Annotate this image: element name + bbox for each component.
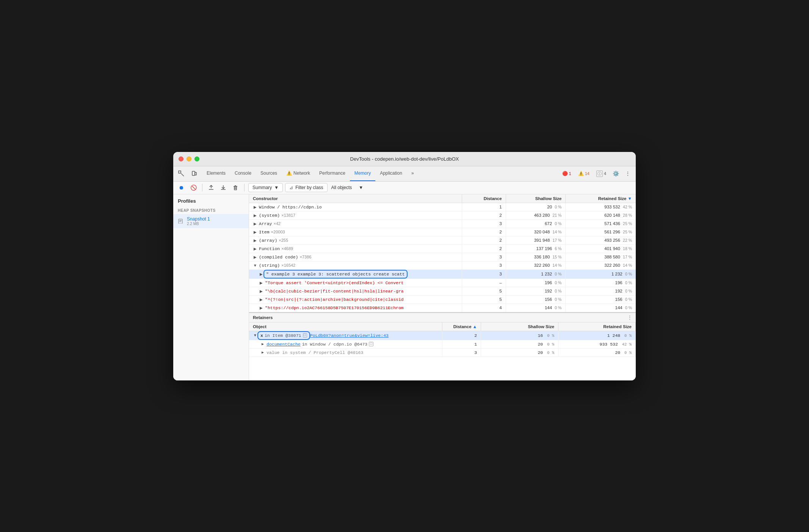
expand-arrow-4[interactable]: ▶ — [253, 238, 257, 243]
ret-table-row-2[interactable]: ▶ documentCache in Window / cdpn.io @647… — [249, 340, 636, 348]
ret-expand-arrow-3[interactable]: ▶ — [260, 350, 265, 355]
table-row-string-item-2[interactable]: ▶ "Torque assert 'Convert<uintptr>(endIn… — [249, 279, 636, 287]
ret-expand-arrow-1[interactable]: ▼ — [253, 333, 257, 338]
expand-arrow-6[interactable]: ▶ — [253, 255, 257, 259]
filter-icon: ⊿ — [289, 185, 293, 190]
all-objects-dropdown[interactable]: ▼ — [356, 183, 366, 192]
table-row[interactable]: ▶ (array) ×255 2 391 948 17 % 493 256 22… — [249, 236, 636, 244]
table-row[interactable]: ▶ Window / https://cdpn.io 1 20 0 % 933 … — [249, 203, 636, 211]
nav-tabs: Elements Console Sources ⚠️Network Perfo… — [202, 166, 560, 181]
ret-col-distance[interactable]: Distance — [442, 322, 481, 331]
retainers-table[interactable]: Object Distance Shallow Size — [249, 322, 636, 380]
upload-button[interactable] — [206, 183, 216, 192]
snapshot-size: 2.2 MB — [187, 222, 210, 226]
titlebar: DevTools - codepen.io/web-dot-dev/live/P… — [173, 152, 636, 166]
heap-table-header-row: Constructor Distance Shallow Size Retain… — [249, 194, 636, 203]
main-content: Profiles HEAP SNAPSHOTS Snapshot 1 2.2 M… — [173, 194, 636, 380]
expand-arrow-0[interactable]: ▶ — [253, 205, 257, 209]
summary-dropdown[interactable]: Summary ▼ — [248, 183, 283, 192]
tab-console[interactable]: Console — [230, 166, 256, 181]
svg-rect-3 — [195, 172, 196, 175]
tab-sources[interactable]: Sources — [256, 166, 282, 181]
error-badge[interactable]: 🔴 1 — [560, 170, 574, 177]
table-row-string[interactable]: ▼ (string) ×16542 3 322 260 14 % 322 260… — [249, 261, 636, 269]
collect-garbage-icon[interactable] — [230, 183, 240, 192]
ret-col-object: Object — [249, 322, 442, 331]
device-toolbar-icon[interactable] — [189, 169, 199, 178]
info-badge[interactable]: ⓘ 4 — [594, 170, 608, 178]
table-row-string-item-4[interactable]: ▶ "^(?!on|src|(?:action|archive|backgrou… — [249, 295, 636, 304]
expand-arrow-7[interactable]: ▼ — [253, 263, 257, 268]
heap-table: Constructor Distance Shallow Size Retain… — [249, 194, 636, 312]
ret-expand-arrow-2[interactable]: ▶ — [260, 342, 265, 346]
retainers-section: Retainers ⋮ Object Dista — [249, 312, 636, 380]
top-nav: Elements Console Sources ⚠️Network Perfo… — [173, 166, 636, 182]
tab-network[interactable]: ⚠️Network — [282, 166, 315, 181]
toolbar-separator-1 — [202, 184, 202, 191]
tab-more[interactable]: » — [407, 166, 419, 181]
devtools-window: DevTools - codepen.io/web-dot-dev/live/P… — [173, 152, 636, 380]
expand-arrow-1[interactable]: ▶ — [253, 213, 257, 217]
clear-button[interactable]: 🚫 — [188, 183, 198, 192]
heap-table-container[interactable]: Constructor Distance Shallow Size Retain… — [249, 194, 636, 312]
table-row[interactable]: ▶ (system) ×13817 2 463 280 21 % 620 148… — [249, 211, 636, 219]
tab-application[interactable]: Application — [375, 166, 407, 181]
traffic-lights — [179, 156, 199, 161]
sidebar-title: Profiles — [173, 198, 249, 207]
col-constructor: Constructor — [249, 194, 462, 203]
svg-rect-0 — [179, 171, 181, 173]
snapshot-label: Snapshot 1 — [187, 216, 210, 222]
download-button[interactable] — [218, 183, 228, 192]
retainers-scrollbar-icon: ⋮ — [627, 315, 632, 320]
minimize-button[interactable] — [187, 156, 191, 161]
table-row[interactable]: ▶ (compiled code) ×7386 3 336 180 15 % 3… — [249, 253, 636, 261]
toolbar: ⏺ 🚫 Summary ▼ ⊿ Filter by class All obje… — [173, 182, 636, 194]
expand-arrow-10[interactable]: ▶ — [259, 289, 263, 293]
ret-col-retained: Retained Size — [558, 322, 636, 331]
svg-rect-6 — [234, 186, 237, 190]
tab-elements[interactable]: Elements — [202, 166, 230, 181]
retainers-header-row: Object Distance Shallow Size — [249, 322, 636, 331]
col-distance: Distance — [462, 194, 506, 203]
record-button[interactable]: ⏺ — [176, 183, 186, 192]
ret-item-2[interactable]: documentCache — [267, 342, 301, 347]
expand-arrow-12[interactable]: ▶ — [259, 306, 263, 310]
svg-rect-11 — [179, 219, 182, 224]
retainers-data-table: Object Distance Shallow Size — [249, 322, 636, 357]
expand-arrow-2[interactable]: ▶ — [253, 222, 257, 226]
expand-arrow-9[interactable]: ▶ — [259, 281, 263, 285]
sidebar-item-snapshot1[interactable]: Snapshot 1 2.2 MB — [173, 214, 249, 228]
inspect-element-icon[interactable] — [176, 169, 186, 178]
table-row-string-item-5[interactable]: ▶ "https://cdpn.io2AC766158D5B7507E17015… — [249, 304, 636, 312]
table-row[interactable]: ▶ Item ×20003 2 320 048 14 % 561 296 25 … — [249, 228, 636, 236]
ret-table-row-1[interactable]: ▼ x in Item @38071 □ PoLdb0X?anon=true&v… — [249, 331, 636, 340]
svg-rect-2 — [192, 171, 195, 175]
toolbar-separator-2 — [244, 184, 245, 191]
nav-right: 🔴 1 ⚠️ 14 ⓘ 4 ⚙️ ⋮ — [560, 169, 633, 178]
table-row[interactable]: ▶ Array ×42 3 672 0 % 571 436 25 % — [249, 219, 636, 228]
sidebar: Profiles HEAP SNAPSHOTS Snapshot 1 2.2 M… — [173, 194, 249, 380]
expand-arrow-11[interactable]: ▶ — [259, 297, 263, 302]
table-row-string-item-3[interactable]: ▶ "\b(calc|cubic-bezier|fit-content|hsl|… — [249, 287, 636, 295]
expand-arrow-5[interactable]: ▶ — [253, 247, 257, 251]
warning-badge[interactable]: ⚠️ 14 — [576, 170, 592, 177]
close-button[interactable] — [179, 156, 183, 161]
retainers-header: Retainers ⋮ — [249, 313, 636, 322]
settings-icon[interactable]: ⚙️ — [611, 169, 621, 178]
table-row[interactable]: ▶ Function ×4689 2 137 196 6 % 401 940 1… — [249, 244, 636, 253]
sidebar-section-heap-snapshots: HEAP SNAPSHOTS — [173, 207, 249, 214]
ret-link-1[interactable]: PoLdb0X?anon=true&view=live:43 — [310, 333, 389, 338]
filter-by-class-btn[interactable]: ⊿ Filter by class — [285, 183, 327, 192]
table-row-string-item-1[interactable]: ▶ " example 3 example 3: scattered objec… — [249, 269, 636, 279]
ret-table-row-3[interactable]: ▶ value in system / PropertyCell @40163 … — [249, 348, 636, 357]
svg-line-1 — [181, 174, 184, 176]
tab-memory[interactable]: Memory — [350, 166, 375, 181]
more-options-icon[interactable]: ⋮ — [623, 169, 633, 178]
tab-performance[interactable]: Performance — [315, 166, 350, 181]
expand-arrow-3[interactable]: ▶ — [253, 230, 257, 234]
nav-icons — [176, 169, 199, 178]
col-retained-size[interactable]: Retained Size — [566, 194, 636, 203]
expand-arrow-8[interactable]: ▶ — [259, 272, 263, 276]
maximize-button[interactable] — [194, 156, 199, 161]
window-title: DevTools - codepen.io/web-dot-dev/live/P… — [350, 156, 459, 162]
